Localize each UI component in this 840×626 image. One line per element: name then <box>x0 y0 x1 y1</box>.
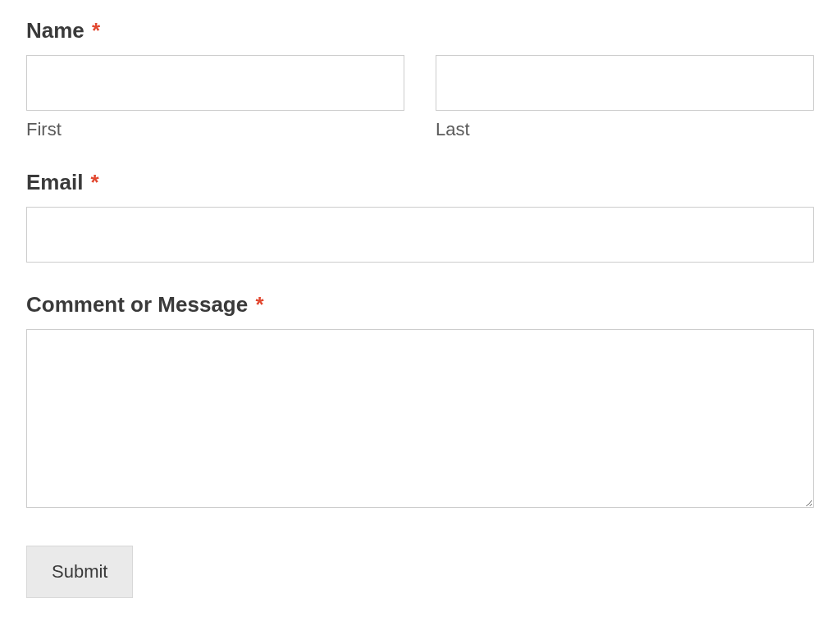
name-input-row: First Last <box>26 55 814 140</box>
email-required-asterisk: * <box>91 170 99 194</box>
last-name-column: Last <box>436 55 814 140</box>
first-name-sublabel: First <box>26 119 404 140</box>
last-name-sublabel: Last <box>436 119 814 140</box>
email-label: Email * <box>26 170 814 195</box>
message-textarea[interactable] <box>26 329 814 508</box>
name-label: Name * <box>26 18 814 43</box>
submit-button[interactable]: Submit <box>26 546 133 598</box>
message-label-text: Comment or Message <box>26 292 248 317</box>
email-field-group: Email * <box>26 170 814 263</box>
contact-form: Name * First Last Email * Comment or Mes… <box>0 0 840 624</box>
email-label-text: Email <box>26 170 83 194</box>
message-field-group: Comment or Message * <box>26 292 814 511</box>
name-label-text: Name <box>26 18 84 43</box>
first-name-column: First <box>26 55 404 140</box>
first-name-input[interactable] <box>26 55 404 111</box>
name-field-group: Name * First Last <box>26 18 814 140</box>
email-input[interactable] <box>26 207 814 263</box>
message-label: Comment or Message * <box>26 292 814 318</box>
message-required-asterisk: * <box>255 292 263 317</box>
name-required-asterisk: * <box>92 18 100 43</box>
last-name-input[interactable] <box>436 55 814 111</box>
